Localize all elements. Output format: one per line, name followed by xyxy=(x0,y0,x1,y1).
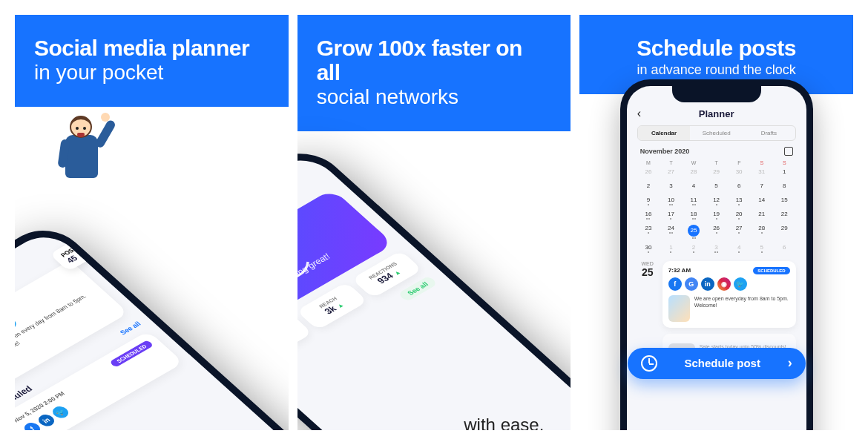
calendar-day[interactable]: 5 xyxy=(705,179,728,194)
calendar-day[interactable]: 5 xyxy=(750,241,773,255)
scheduled-item: WED 25 7:32 AM SCHEDULED f G in ◉ xyxy=(637,261,796,328)
calendar-day[interactable]: 6 xyxy=(773,241,796,255)
calendar-day[interactable]: 12 xyxy=(705,194,728,208)
see-all-link[interactable]: See all xyxy=(118,320,142,336)
calendar-day[interactable]: 19 xyxy=(705,208,728,222)
sched-thumbnail xyxy=(668,295,690,322)
calendar-grid: 2627282930311234567891011121314151617181… xyxy=(627,165,806,261)
calendar-day[interactable]: 2 xyxy=(637,179,660,194)
calendar-day[interactable]: 22 xyxy=(773,208,796,222)
calendar-day[interactable]: 3 xyxy=(705,241,728,255)
calendar-day[interactable]: 29 xyxy=(705,165,728,179)
calendar-day[interactable]: 3 xyxy=(660,179,683,194)
panel1-header: Social media planner in your pocket xyxy=(15,15,289,107)
calendar-day[interactable]: 16 xyxy=(637,208,660,222)
panel3-body: ‹ Planner Calendar Scheduled Drafts Nove… xyxy=(579,94,853,430)
calendar-day[interactable]: 23 xyxy=(637,222,660,241)
calendar-day[interactable]: 2 xyxy=(683,241,706,255)
calendar-day[interactable]: 9 xyxy=(637,194,660,208)
calendar-day[interactable]: 13 xyxy=(728,194,751,208)
calendar-day[interactable]: 8 xyxy=(773,179,796,194)
twitter-icon: 🐦 xyxy=(15,315,19,332)
instagram-icon: ◉ xyxy=(717,277,731,291)
chevron-right-icon: › xyxy=(788,355,792,371)
calendar-day[interactable]: 21 xyxy=(750,208,773,222)
calendar-day[interactable]: 27 xyxy=(660,165,683,179)
sched-badge: SCHEDULED xyxy=(753,267,789,274)
calendar-day[interactable]: 20 xyxy=(728,208,751,222)
panel2-body: Social Score 82 You're doing great! POST… xyxy=(297,131,571,430)
sched-text: We are open everyday from 8am to 5pm. We… xyxy=(694,295,790,322)
calendar-day[interactable]: 14 xyxy=(750,194,773,208)
calendar-day[interactable]: 10 xyxy=(660,194,683,208)
calendar-day[interactable]: 26 xyxy=(637,165,660,179)
clock-icon xyxy=(641,355,657,372)
phone-notch xyxy=(672,86,761,102)
promo-panel-2: Grow 100x faster on all social networks … xyxy=(297,15,571,430)
calendar-day[interactable]: 17 xyxy=(660,208,683,222)
calendar-day[interactable]: 24 xyxy=(660,222,683,241)
calendar-month: November 2020 xyxy=(640,148,690,155)
posts-stat-chip: POSTS 45 ▲ xyxy=(50,237,99,271)
calendar-day[interactable]: 4 xyxy=(728,241,751,255)
sched-time: 7:32 AM xyxy=(668,267,691,274)
calendar-day[interactable]: 28 xyxy=(750,222,773,241)
panel1-title-bold: Social media planner xyxy=(34,36,269,60)
google-icon: G xyxy=(685,277,698,291)
promo-panel-3: Schedule posts in advance round the cloc… xyxy=(579,15,853,430)
calendar-day[interactable]: 26 xyxy=(705,222,728,241)
segment-control: Calendar Scheduled Drafts xyxy=(637,125,796,141)
calendar-day[interactable]: 28 xyxy=(683,165,706,179)
panel1-body: POSTS 45 ▲ Recent Posts An hour ago f G … xyxy=(15,107,289,426)
calendar-day[interactable]: 1 xyxy=(660,241,683,255)
seg-calendar[interactable]: Calendar xyxy=(638,126,691,140)
cta-label: Schedule post xyxy=(684,357,760,369)
calendar-day[interactable]: 30 xyxy=(637,241,660,255)
dow-row: MTWTFSS xyxy=(627,160,806,165)
calendar-day[interactable]: 6 xyxy=(728,179,751,194)
facebook-icon: f xyxy=(668,277,682,291)
schedule-post-button[interactable]: Schedule post › xyxy=(628,348,806,379)
back-button[interactable]: ‹ xyxy=(637,107,641,120)
twitter-icon: 🐦 xyxy=(734,277,747,291)
sched-date: WED 25 xyxy=(637,261,658,328)
avatar-illustration xyxy=(49,114,105,196)
calendar-day[interactable]: 31 xyxy=(750,165,773,179)
seg-drafts[interactable]: Drafts xyxy=(743,126,795,140)
calendar-day[interactable]: 7 xyxy=(750,179,773,194)
promo-panel-1: Social media planner in your pocket POST… xyxy=(15,15,289,430)
calendar-day[interactable]: 29 xyxy=(773,222,796,241)
calendar-day[interactable]: 4 xyxy=(683,179,706,194)
calendar-day[interactable]: 25 xyxy=(683,222,706,241)
seg-scheduled[interactable]: Scheduled xyxy=(690,126,743,140)
panel3-title-bold: Schedule posts xyxy=(599,36,834,60)
panel1-title-light: in your pocket xyxy=(34,62,269,85)
calendar-day[interactable]: 18 xyxy=(683,208,706,222)
calendar-day[interactable]: 30 xyxy=(728,165,751,179)
planner-title: Planner xyxy=(699,108,734,119)
calendar-day[interactable]: 1 xyxy=(773,165,796,179)
panel2-caption: with ease. xyxy=(464,415,544,430)
calendar-day[interactable]: 27 xyxy=(728,222,751,241)
sched-card[interactable]: 7:32 AM SCHEDULED f G in ◉ 🐦 We ar xyxy=(662,261,796,328)
linkedin-icon: in xyxy=(701,277,714,291)
panel3-title-light: in advance round the clock xyxy=(599,63,834,78)
calendar-day[interactable]: 11 xyxy=(683,194,706,208)
calendar-icon[interactable] xyxy=(784,147,793,156)
calendar-day[interactable]: 15 xyxy=(773,194,796,208)
